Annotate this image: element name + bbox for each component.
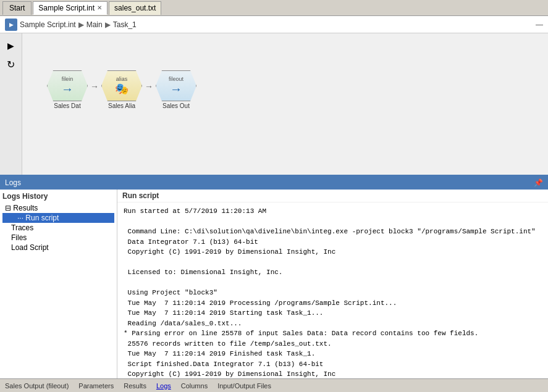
tab-start[interactable]: Start (2, 1, 32, 15)
tree-dot-run-script: ··· (17, 214, 23, 222)
bottom-tab-columns[interactable]: Columns (179, 381, 210, 391)
node-icon-filein: → (61, 82, 74, 96)
node-alias[interactable]: alias 🎭 Sales Alia (101, 70, 142, 109)
sidebar-icon-2[interactable]: ↻ (4, 57, 19, 72)
node-box-filein[interactable]: filein → (47, 70, 88, 101)
node-icon-fileout: → (170, 82, 182, 96)
tree-item-traces[interactable]: Traces (2, 223, 114, 233)
run-script-panel: Run script Run started at 5/7/2019 11:20… (117, 190, 548, 378)
node-name-fileout: Sales Out (162, 102, 190, 109)
breadcrumb-task: Task_1 (113, 20, 137, 29)
main-content: ▶ ↻ filein → Sales Dat → alias 🎭 Sa (0, 33, 548, 378)
play-button[interactable] (5, 19, 17, 31)
logs-history-title: Logs History (2, 192, 114, 201)
sidebar-icon-1[interactable]: ▶ (4, 38, 19, 53)
tree-item-files[interactable]: Files (2, 233, 114, 243)
run-script-content[interactable]: Run started at 5/7/2019 11:20:13 AM Comm… (117, 202, 548, 378)
node-icon-alias: 🎭 (115, 82, 129, 96)
node-box-fileout[interactable]: fileout → (156, 70, 196, 101)
bottom-tab-results[interactable]: Results (121, 381, 149, 391)
tab-sales-out-label: sales_out.txt (114, 4, 156, 12)
run-script-panel-title: Run script (117, 190, 548, 202)
breadcrumb-sep2: ▶ (105, 20, 111, 29)
bottom-tab-io-files[interactable]: Input/Output Files (215, 381, 274, 391)
sidebar-icons: ▶ ↻ (0, 33, 22, 175)
tab-sample-script[interactable]: Sample Script.int ✕ (33, 1, 107, 15)
logs-pin-icon[interactable]: 📌 (534, 178, 543, 187)
logs-title: Logs (5, 178, 21, 187)
bottom-tab-sales-output[interactable]: Sales Output (fileout) (2, 381, 71, 391)
breadcrumb-main: Main (86, 20, 103, 29)
tab-sales-out[interactable]: sales_out.txt (109, 1, 161, 15)
node-fileout[interactable]: fileout → Sales Out (156, 70, 196, 109)
tab-bar: Start Sample Script.int ✕ sales_out.txt (0, 0, 548, 16)
node-filein[interactable]: filein → Sales Dat (47, 70, 88, 109)
node-type-filein: filein (62, 76, 74, 82)
tab-sample-script-label: Sample Script.int (38, 4, 95, 12)
expand-icon-results: ⊟ (5, 204, 13, 212)
logs-header: Logs 📌 (0, 176, 548, 190)
breadcrumb-bar: Sample Script.int ▶ Main ▶ Task_1 — (0, 16, 548, 33)
bottom-tab-parameters[interactable]: Parameters (76, 381, 116, 391)
logs-history: Logs History ⊟ Results ··· Run script Tr… (0, 190, 117, 378)
breadcrumb-sep1: ▶ (78, 20, 84, 29)
tab-sample-script-close[interactable]: ✕ (97, 4, 102, 11)
tree-item-load-script[interactable]: Load Script (2, 243, 114, 252)
breadcrumb-script: Sample Script.int (20, 20, 76, 29)
minimize-button[interactable]: — (536, 20, 543, 29)
tab-start-label: Start (9, 4, 25, 12)
canvas-area: ▶ ↻ filein → Sales Dat → alias 🎭 Sa (0, 33, 548, 175)
bottom-tab-bar: Sales Output (fileout) Parameters Result… (0, 378, 548, 392)
node-box-alias[interactable]: alias 🎭 (101, 70, 142, 101)
logs-body: Logs History ⊟ Results ··· Run script Tr… (0, 190, 548, 378)
flow-arrow-1: → (90, 81, 99, 91)
flow-container: filein → Sales Dat → alias 🎭 Sales Alia … (35, 58, 536, 122)
tree-item-results[interactable]: ⊟ Results (2, 203, 114, 213)
bottom-tab-logs[interactable]: Logs (154, 381, 174, 391)
logs-section: Logs 📌 Logs History ⊟ Results ··· Run sc… (0, 175, 548, 378)
node-type-fileout: fileout (169, 76, 183, 82)
node-type-alias: alias (116, 76, 128, 82)
tree-item-run-script[interactable]: ··· Run script (2, 213, 114, 223)
flow-arrow-2: → (145, 81, 153, 91)
node-name-filein: Sales Dat (54, 102, 80, 109)
node-name-alias: Sales Alia (108, 102, 135, 109)
